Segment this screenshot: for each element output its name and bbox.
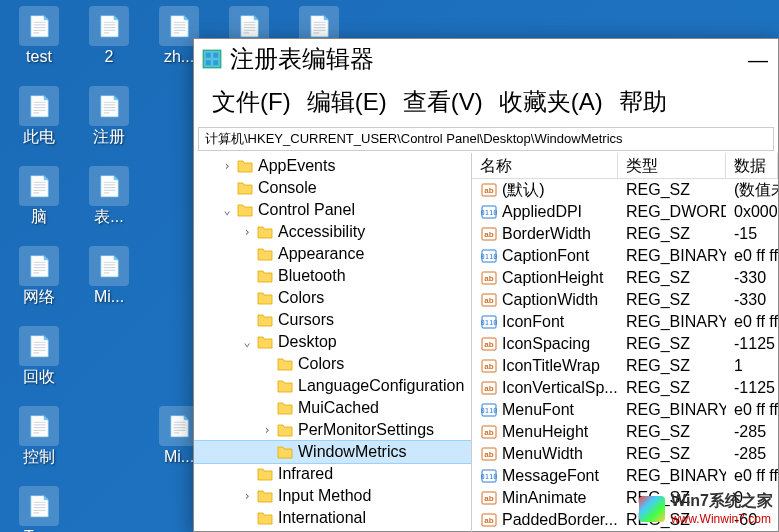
value-data: (数值未设 [726,180,778,201]
svg-text:ab: ab [484,516,493,525]
desktop-icon[interactable]: 📄网络 [4,244,74,324]
expander-icon[interactable]: › [238,489,256,503]
value-row[interactable]: 0110CaptionFontREG_BINARYe0 ff ff ff [472,245,778,267]
tree-node[interactable]: ›Accessibility [194,221,471,243]
desktop-icon[interactable]: 📄控制 [4,404,74,484]
menu-item[interactable]: 编辑(E) [299,82,395,122]
value-name: CaptionHeight [502,269,603,287]
folder-icon [236,180,254,196]
column-name[interactable]: 名称 [472,153,618,178]
column-data[interactable]: 数据 [726,153,778,178]
desktop-background: 📄test📄2📄zh...📄FeiQ...📄Ap...📄此电📄注册📄脑📄表...… [0,0,779,532]
value-row[interactable]: 0110MenuFontREG_BINARYe0 ff ff ff [472,399,778,421]
tree-label: Appearance [278,245,364,263]
folder-icon [276,356,294,372]
string-value-icon: ab [480,423,498,441]
file-icon: 📄 [89,86,129,126]
value-row[interactable]: abIconVerticalSp...REG_SZ-1125 [472,377,778,399]
menu-item[interactable]: 查看(V) [395,82,491,122]
string-value-icon: ab [480,379,498,397]
menu-item[interactable]: 收藏夹(A) [491,82,611,122]
value-row[interactable]: 0110IconFontREG_BINARYe0 ff ff ff [472,311,778,333]
value-row[interactable]: abIconSpacingREG_SZ-1125 [472,333,778,355]
folder-icon [276,444,294,460]
tree-node[interactable]: ⌄Control Panel [194,199,471,221]
file-icon: 📄 [19,6,59,46]
desktop-icon[interactable]: 📄脑 [4,164,74,244]
value-list[interactable]: 名称 类型 数据 ab(默认)REG_SZ(数值未设0110AppliedDPI… [472,153,778,532]
desktop-icon[interactable]: 📄test [4,4,74,84]
value-data: -15 [726,225,778,243]
expander-icon[interactable]: ⌄ [238,335,256,349]
value-name: CaptionFont [502,247,589,265]
tree-node[interactable]: ›PerMonitorSettings [194,419,471,441]
value-name: MessageFont [502,467,599,485]
column-type[interactable]: 类型 [618,153,726,178]
file-icon: 📄 [19,406,59,446]
value-type: REG_SZ [618,445,726,463]
svg-text:ab: ab [484,384,493,393]
expander-icon[interactable]: › [258,423,276,437]
value-row[interactable]: abCaptionHeightREG_SZ-330 [472,267,778,289]
tree-label: Colors [298,355,344,373]
regedit-app-icon [202,49,222,69]
window-titlebar[interactable]: 注册表编辑器 — [194,39,778,79]
value-row[interactable]: abIconTitleWrapREG_SZ1 [472,355,778,377]
icon-label: 表... [94,208,123,226]
value-row[interactable]: abMenuWidthREG_SZ-285 [472,443,778,465]
desktop-icon[interactable]: 📄Te... [4,484,74,532]
desktop-icon[interactable]: 📄注册 [74,84,144,164]
string-value-icon: ab [480,335,498,353]
tree-node[interactable]: ›Input Method [194,485,471,507]
desktop-icon[interactable]: 📄2 [74,4,144,84]
value-row[interactable]: abMenuHeightREG_SZ-285 [472,421,778,443]
expander-icon[interactable]: ⌄ [218,203,236,217]
value-name: IconFont [502,313,564,331]
tree-label: MuiCached [298,399,379,417]
tree-node[interactable]: LanguageConfiguration [194,375,471,397]
menu-item[interactable]: 文件(F) [204,82,299,122]
tree-node[interactable]: International [194,507,471,529]
tree-node[interactable]: Bluetooth [194,265,471,287]
string-value-icon: ab [480,357,498,375]
svg-rect-4 [213,60,218,65]
list-header[interactable]: 名称 类型 数据 [472,153,778,179]
value-row[interactable]: abCaptionWidthREG_SZ-330 [472,289,778,311]
tree-label: Control Panel [258,201,355,219]
tree-node[interactable]: Cursors [194,309,471,331]
desktop-icon[interactable]: 📄此电 [4,84,74,164]
value-row[interactable]: 0110MessageFontREG_BINARYe0 ff ff ff [472,465,778,487]
tree-node[interactable]: Console [194,177,471,199]
minimize-button[interactable]: — [748,49,768,72]
desktop-icon[interactable]: 📄Mi... [74,244,144,324]
file-icon: 📄 [19,86,59,126]
folder-icon [256,466,274,482]
expander-icon[interactable]: › [218,159,236,173]
icon-label: 网络 [23,288,55,306]
tree-node[interactable]: WindowMetrics [194,441,471,463]
value-data: -1125 [726,379,778,397]
binary-value-icon: 0110 [480,247,498,265]
value-data: e0 ff ff ff [726,313,778,331]
registry-tree[interactable]: ›AppEventsConsole⌄Control Panel›Accessib… [194,153,472,532]
menu-item[interactable]: 帮助 [611,82,675,122]
tree-node[interactable]: Infrared [194,463,471,485]
tree-node[interactable]: Appearance [194,243,471,265]
tree-node[interactable]: ⌄Desktop [194,331,471,353]
value-row[interactable]: ab(默认)REG_SZ(数值未设 [472,179,778,201]
file-icon: 📄 [19,326,59,366]
svg-text:0110: 0110 [481,407,497,415]
value-row[interactable]: 0110AppliedDPIREG_DWORD0x00000 [472,201,778,223]
address-bar[interactable]: 计算机\HKEY_CURRENT_USER\Control Panel\Desk… [198,127,774,151]
tree-node[interactable]: Colors [194,287,471,309]
tree-node[interactable]: MuiCached [194,397,471,419]
address-text: 计算机\HKEY_CURRENT_USER\Control Panel\Desk… [205,130,623,148]
svg-text:0110: 0110 [481,473,497,481]
svg-text:0110: 0110 [481,209,497,217]
desktop-icon[interactable]: 📄回收 [4,324,74,404]
desktop-icon[interactable]: 📄表... [74,164,144,244]
value-row[interactable]: abBorderWidthREG_SZ-15 [472,223,778,245]
expander-icon[interactable]: › [238,225,256,239]
tree-node[interactable]: Colors [194,353,471,375]
tree-node[interactable]: ›AppEvents [194,155,471,177]
